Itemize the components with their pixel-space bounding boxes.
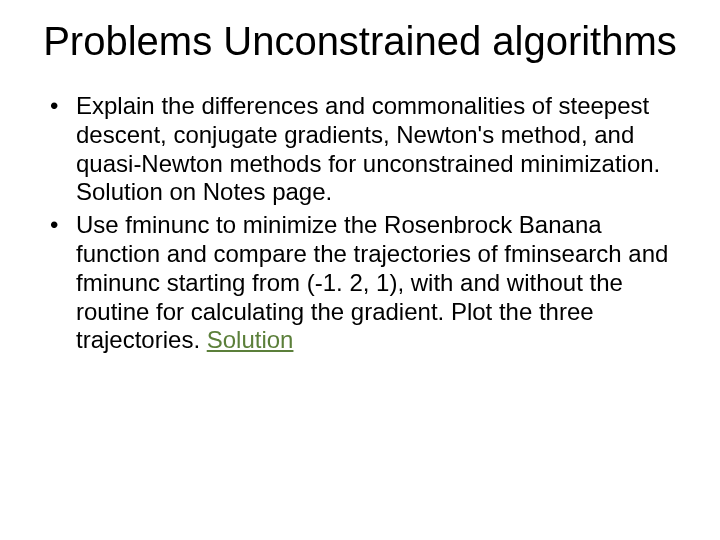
bullet-text: Use fminunc to minimize the Rosenbrock B… [76, 211, 668, 353]
slide: Problems Unconstrained algorithms Explai… [0, 0, 720, 540]
slide-title: Problems Unconstrained algorithms [30, 18, 690, 64]
bullet-list: Explain the differences and commonalitie… [30, 92, 690, 355]
list-item: Explain the differences and commonalitie… [50, 92, 680, 207]
solution-link[interactable]: Solution [207, 326, 294, 353]
bullet-text: Explain the differences and commonalitie… [76, 92, 660, 205]
list-item: Use fminunc to minimize the Rosenbrock B… [50, 211, 680, 355]
